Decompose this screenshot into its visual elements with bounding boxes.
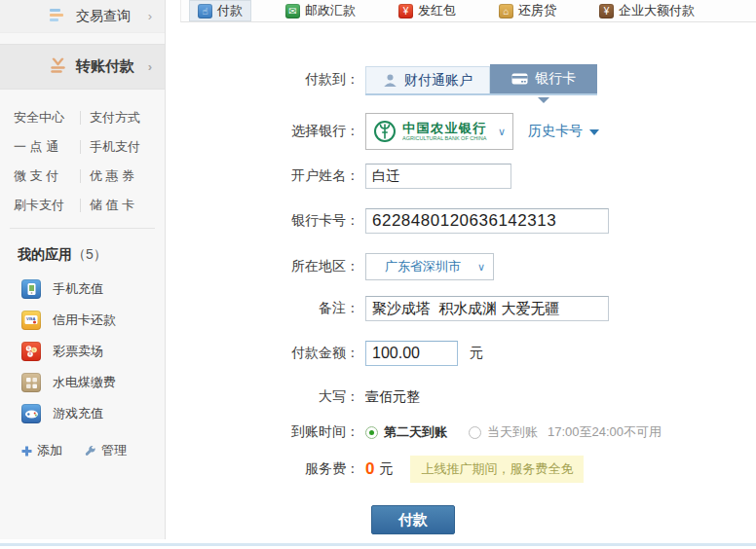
add-app-label: 添加 bbox=[37, 442, 62, 459]
sidebar-item-label: 交易查询 bbox=[76, 8, 131, 25]
service-fee-value: 0 bbox=[365, 459, 374, 479]
app-item-label: 彩票卖场 bbox=[53, 343, 103, 360]
red-packet-icon: ¥ bbox=[398, 4, 413, 18]
form-row-amount-words: 大写： 壹佰元整 bbox=[167, 388, 420, 406]
bank-select-dropdown[interactable]: 中国农业银行 AGRICULTURAL BANK OF CHINA ∨ bbox=[365, 113, 513, 150]
divider bbox=[80, 169, 81, 183]
service-fee-label: 服务费： bbox=[167, 460, 365, 478]
link-security-center[interactable]: 安全中心 bbox=[14, 109, 78, 127]
app-item-label: 手机充值 bbox=[53, 280, 103, 298]
app-item-game-topup[interactable]: 游戏充值 bbox=[0, 398, 165, 429]
amount-words-value: 壹佰元整 bbox=[365, 388, 420, 406]
my-apps-list: 手机充值 VISA 信用卡还款 658 彩票卖场 水电煤缴费 游戏充值 bbox=[0, 274, 165, 429]
plus-icon bbox=[21, 446, 32, 457]
radio-same-day-label[interactable]: 当天到账 bbox=[487, 423, 538, 441]
bank-name-en: AGRICULTURAL BANK OF CHINA bbox=[402, 135, 486, 141]
tab-tenpay-label: 财付通账户 bbox=[404, 72, 472, 90]
history-card-link[interactable]: 历史卡号 bbox=[528, 123, 599, 140]
card-number-input[interactable] bbox=[365, 208, 609, 234]
sidebar-footer: 添加 管理 bbox=[21, 442, 127, 459]
bank-value-block: 中国农业银行 AGRICULTURAL BANK OF CHINA bbox=[402, 122, 494, 142]
chevron-right-icon: › bbox=[148, 59, 152, 74]
enterprise-pay-icon: ¥ bbox=[599, 4, 614, 18]
link-micro-pay[interactable]: 微 支 付 bbox=[14, 167, 78, 185]
my-apps-title: 我的应用 bbox=[18, 246, 72, 262]
divider bbox=[80, 199, 81, 212]
radio-next-day[interactable] bbox=[365, 426, 378, 439]
divider bbox=[10, 228, 155, 229]
transfer-yuan-icon bbox=[49, 57, 67, 76]
amount-label: 付款金额： bbox=[167, 345, 365, 362]
card-number-label: 银行卡号： bbox=[167, 212, 365, 230]
link-coupons[interactable]: 优 惠 券 bbox=[90, 167, 134, 185]
form-row-pay-to: 付款到： 财付通账户 银行卡 bbox=[167, 64, 597, 95]
tab-label: 发红包 bbox=[418, 2, 456, 19]
sidebar: 交易查询 › 转账付款 › 安全中心 支付方式 一 点 通 手机支付 微 支 付… bbox=[0, 0, 166, 539]
app-item-utilities[interactable]: 水电煤缴费 bbox=[0, 367, 165, 398]
pay-button[interactable]: 付款 bbox=[371, 505, 455, 534]
tab-label: 企业大额付款 bbox=[619, 2, 695, 19]
service-fee-unit: 元 bbox=[379, 460, 393, 478]
arrival-time-note: 17:00至24:00不可用 bbox=[548, 423, 662, 441]
radio-same-day[interactable] bbox=[469, 426, 481, 439]
memo-label: 备注： bbox=[167, 300, 365, 317]
link-payment-methods[interactable]: 支付方式 bbox=[90, 109, 140, 127]
my-apps-header: 我的应用（5） bbox=[18, 246, 107, 264]
app-item-mobile-topup[interactable]: 手机充值 bbox=[0, 274, 165, 305]
wrench-icon bbox=[84, 445, 96, 458]
memo-input[interactable] bbox=[365, 296, 609, 321]
tab-enterprise-pay[interactable]: ¥ 企业大额付款 bbox=[590, 0, 703, 21]
form-row-card-number: 银行卡号： bbox=[167, 208, 609, 234]
manage-apps-label: 管理 bbox=[101, 442, 127, 459]
link-row: 安全中心 支付方式 bbox=[0, 103, 165, 132]
link-stored-value-card[interactable]: 储 值 卡 bbox=[90, 197, 134, 214]
tab-red-packet[interactable]: ¥ 发红包 bbox=[390, 0, 465, 21]
region-value: 广东省深圳市 bbox=[385, 258, 461, 275]
link-row: 刷卡支付 储 值 卡 bbox=[0, 191, 165, 220]
app-item-lottery[interactable]: 658 彩票卖场 bbox=[0, 336, 165, 367]
bank-label: 选择银行： bbox=[167, 123, 365, 140]
account-name-label: 开户姓名： bbox=[167, 167, 365, 185]
tab-tenpay-account[interactable]: 财付通账户 bbox=[365, 66, 490, 93]
game-topup-icon bbox=[21, 404, 41, 423]
amount-words-label: 大写： bbox=[167, 388, 365, 406]
chevron-right-icon: › bbox=[148, 9, 152, 23]
app-item-label: 水电煤缴费 bbox=[53, 374, 116, 391]
postal-remit-icon: ✉ bbox=[285, 4, 300, 18]
link-card-swipe-pay[interactable]: 刷卡支付 bbox=[14, 197, 78, 214]
form-row-bank: 选择银行： 中国农业银行 AGRICULTURAL BANK OF CHINA … bbox=[167, 113, 599, 150]
page-bottom-divider bbox=[0, 543, 756, 546]
tab-label: 邮政汇款 bbox=[305, 2, 356, 19]
add-app-button[interactable]: 添加 bbox=[21, 442, 62, 459]
link-mobile-pay[interactable]: 手机支付 bbox=[90, 138, 140, 156]
region-select-dropdown[interactable]: 广东省深圳市 ∨ bbox=[365, 253, 494, 280]
history-card-label: 历史卡号 bbox=[528, 123, 583, 140]
mobile-topup-icon bbox=[21, 279, 41, 299]
tab-bank-card[interactable]: 银行卡 bbox=[490, 64, 597, 93]
form-row-memo: 备注： bbox=[167, 296, 609, 321]
svg-text:VISA: VISA bbox=[26, 316, 35, 321]
tab-pay[interactable]: ☝ 付款 bbox=[189, 0, 251, 21]
caret-down-icon bbox=[589, 129, 599, 135]
manage-apps-button[interactable]: 管理 bbox=[84, 442, 127, 459]
tab-house-loan[interactable]: ⌂ 还房贷 bbox=[490, 0, 565, 21]
sidebar-item-transfer[interactable]: 转账付款 › bbox=[0, 44, 165, 90]
radio-next-day-label[interactable]: 第二天到账 bbox=[384, 423, 447, 441]
link-row: 微 支 付 优 惠 券 bbox=[0, 162, 165, 191]
amount-input[interactable] bbox=[365, 341, 458, 366]
tab-postal-remit[interactable]: ✉ 邮政汇款 bbox=[277, 0, 364, 21]
link-yidiantong[interactable]: 一 点 通 bbox=[14, 138, 78, 156]
radio-same-day-group: 当天到账 bbox=[469, 423, 538, 441]
sidebar-item-transactions[interactable]: 交易查询 › bbox=[0, 0, 165, 33]
app-item-credit-card-repay[interactable]: VISA 信用卡还款 bbox=[0, 305, 165, 336]
app-item-label: 游戏充值 bbox=[53, 405, 103, 422]
my-apps-count: （5） bbox=[72, 246, 107, 262]
main-content: ☝ 付款 ✉ 邮政汇款 ¥ 发红包 ⌂ 还房贷 ¥ 企业大额付款 付款到： 财付… bbox=[167, 0, 756, 549]
credit-card-repay-icon: VISA bbox=[21, 311, 41, 330]
tab-label: 付款 bbox=[217, 2, 243, 19]
transactions-list-icon bbox=[49, 8, 64, 25]
app-item-label: 信用卡还款 bbox=[53, 311, 116, 329]
pay-to-label: 付款到： bbox=[167, 71, 365, 89]
account-name-input[interactable] bbox=[365, 164, 511, 189]
tab-bank-card-label: 银行卡 bbox=[535, 70, 576, 88]
